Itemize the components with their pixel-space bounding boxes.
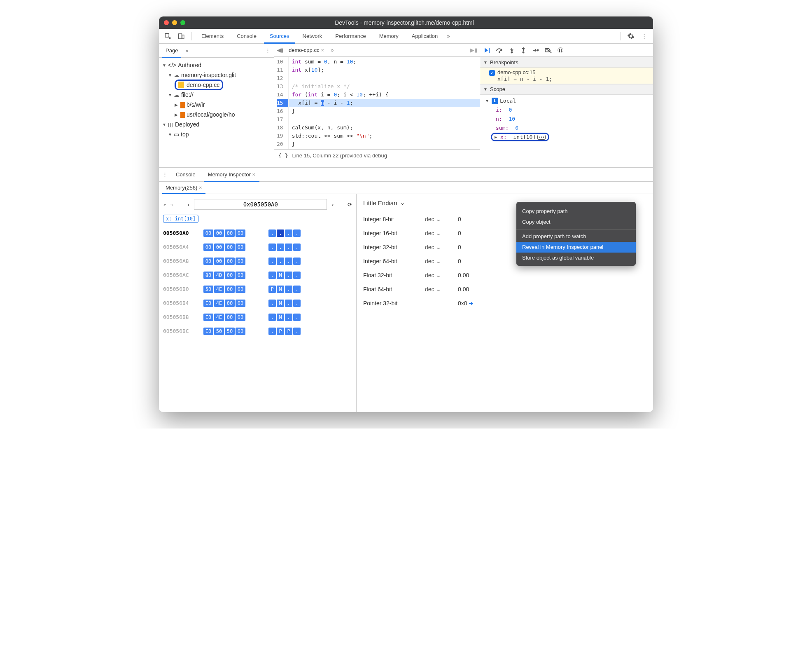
hex-address[interactable]: 005050A4 <box>163 242 200 253</box>
hex-byte[interactable]: 00 <box>236 272 245 279</box>
menu-store-global[interactable]: Store object as global variable <box>516 253 636 263</box>
ascii-char[interactable]: . <box>285 272 292 279</box>
undo-icon[interactable]: ↶ <box>163 201 166 208</box>
ascii-char[interactable]: N <box>277 286 284 293</box>
breakpoint-item[interactable]: ✓demo-cpp.cc:15 x[i] = n - i - 1; <box>480 68 653 84</box>
menu-add-watch[interactable]: Add property path to watch <box>516 231 636 242</box>
format-select[interactable]: dec ⌄ <box>425 230 458 237</box>
memory-tab-256[interactable]: Memory(256) × <box>162 182 205 194</box>
more-tabs-icon[interactable]: » <box>445 33 451 39</box>
hex-byte[interactable]: 00 <box>214 244 224 251</box>
tab-memory[interactable]: Memory <box>373 29 404 44</box>
hex-byte[interactable]: 00 <box>236 300 245 307</box>
tab-application[interactable]: Application <box>406 29 444 44</box>
hex-byte[interactable]: 4E <box>214 314 224 321</box>
format-select[interactable]: dec ⌄ <box>425 258 458 265</box>
close-icon[interactable]: × <box>252 171 255 178</box>
ascii-char[interactable]: . <box>285 300 292 307</box>
hex-byte[interactable]: E0 <box>203 314 213 321</box>
ascii-char[interactable]: . <box>268 229 276 237</box>
hex-byte[interactable]: 80 <box>203 272 213 279</box>
editor-tab-demo-cpp[interactable]: demo-cpp.cc × <box>286 44 327 57</box>
tab-elements[interactable]: Elements <box>196 29 229 44</box>
ascii-char[interactable]: N <box>277 314 284 321</box>
ascii-char[interactable]: . <box>268 272 276 279</box>
ascii-char[interactable]: . <box>268 328 276 335</box>
resume-icon[interactable] <box>483 47 490 54</box>
drawer-tab-console[interactable]: Console <box>172 168 200 182</box>
folder-usr-local[interactable]: ▶ ▇ usr/local/google/ho <box>159 110 274 119</box>
hex-byte[interactable]: 4D <box>214 272 224 279</box>
ascii-char[interactable]: . <box>293 258 301 265</box>
breakpoint-checkbox[interactable]: ✓ <box>489 70 495 76</box>
menu-copy-object[interactable]: Copy object <box>516 217 636 227</box>
settings-icon[interactable] <box>625 33 637 40</box>
page-subtab[interactable]: Page <box>162 44 181 58</box>
play-tab-icon[interactable]: ▶▮ <box>470 47 477 53</box>
hex-byte[interactable]: 00 <box>225 272 235 279</box>
tab-sources[interactable]: Sources <box>264 29 295 44</box>
ascii-char[interactable]: . <box>277 229 284 237</box>
next-addr-icon[interactable]: › <box>331 201 334 208</box>
step-over-icon[interactable] <box>496 47 503 54</box>
prev-addr-icon[interactable]: ‹ <box>187 201 190 208</box>
redo-icon[interactable]: ↷ <box>170 201 174 208</box>
deployed-folder[interactable]: ▼ ◫ Deployed <box>159 119 274 129</box>
ascii-char[interactable]: P <box>268 286 276 293</box>
inspect-element-icon[interactable] <box>162 33 174 40</box>
ascii-char[interactable]: . <box>293 244 301 251</box>
ascii-char[interactable]: . <box>285 314 292 321</box>
host-folder[interactable]: ▼ ☁ memory-inspector.glit <box>159 70 274 80</box>
hex-byte[interactable]: 00 <box>214 258 224 265</box>
hex-address[interactable]: 005050BC <box>163 326 200 337</box>
minimize-window-button[interactable] <box>172 20 177 25</box>
format-select[interactable]: dec ⌄ <box>425 272 458 279</box>
step-out-icon[interactable] <box>520 47 526 54</box>
hex-byte[interactable]: 00 <box>225 300 235 307</box>
hex-byte[interactable]: 4E <box>214 300 224 307</box>
tab-console[interactable]: Console <box>231 29 262 44</box>
scope-var-sum[interactable]: sum: 0 <box>483 124 650 133</box>
zoom-window-button[interactable] <box>180 20 185 25</box>
ascii-char[interactable]: . <box>268 258 276 265</box>
braces-icon[interactable]: { } <box>278 152 288 159</box>
ascii-char[interactable]: . <box>277 244 284 251</box>
ascii-char[interactable]: . <box>293 328 301 335</box>
format-select[interactable]: dec ⌄ <box>425 286 458 293</box>
format-select[interactable]: dec ⌄ <box>425 244 458 251</box>
authored-folder[interactable]: ▼ </> Authored <box>159 60 274 70</box>
ascii-char[interactable]: P <box>285 328 292 335</box>
ascii-char[interactable]: . <box>285 286 292 293</box>
top-frame[interactable]: ▼ ▭ top <box>159 129 274 139</box>
scope-var-n[interactable]: n: 10 <box>483 115 650 124</box>
memory-object-chip[interactable]: x: int[10] <box>163 215 198 223</box>
tab-network[interactable]: Network <box>297 29 328 44</box>
hex-address[interactable]: 005050B4 <box>163 298 200 309</box>
drawer-menu-icon[interactable]: ⋮ <box>162 171 168 178</box>
hex-byte[interactable]: 00 <box>236 314 245 321</box>
close-tab-icon[interactable]: × <box>321 44 324 57</box>
ascii-char[interactable]: . <box>293 286 301 293</box>
hex-byte[interactable]: 00 <box>236 244 245 251</box>
hex-byte[interactable]: 50 <box>225 328 235 335</box>
hex-byte[interactable]: 00 <box>236 286 245 293</box>
scope-section[interactable]: ▼ Scope <box>480 84 653 95</box>
ascii-char[interactable]: . <box>268 314 276 321</box>
hex-byte[interactable]: 00 <box>203 244 213 251</box>
close-icon[interactable]: × <box>199 185 202 191</box>
address-input[interactable] <box>194 199 327 210</box>
step-icon[interactable] <box>532 47 539 54</box>
device-toolbar-icon[interactable] <box>175 33 187 40</box>
folder-bswir[interactable]: ▶ ▇ b/s/w/ir <box>159 100 274 110</box>
hex-address[interactable]: 005050A0 <box>163 228 200 239</box>
menu-reveal-memory-inspector[interactable]: Reveal in Memory Inspector panel <box>516 242 636 253</box>
step-into-icon[interactable] <box>509 47 515 54</box>
menu-copy-property-path[interactable]: Copy property path <box>516 206 636 217</box>
ascii-char[interactable]: N <box>277 300 284 307</box>
file-proto-folder[interactable]: ▼ ☁ file:// <box>159 90 274 100</box>
hex-byte[interactable]: 00 <box>214 229 224 237</box>
hex-address[interactable]: 005050AC <box>163 270 200 281</box>
ascii-char[interactable]: . <box>285 229 292 237</box>
hex-address[interactable]: 005050B8 <box>163 312 200 323</box>
navigator-menu-icon[interactable]: ⋮ <box>265 47 271 54</box>
